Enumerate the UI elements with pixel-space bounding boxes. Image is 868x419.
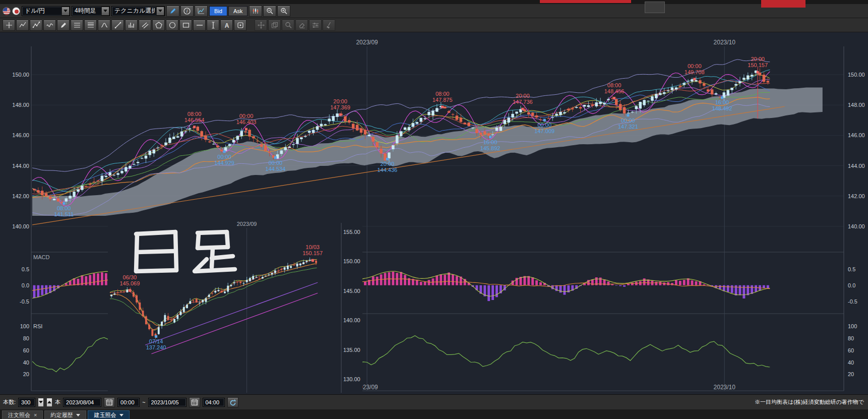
svg-text:16:00: 16:00 (483, 139, 498, 145)
svg-text:147.321: 147.321 (618, 124, 638, 130)
jp-flag-icon (12, 7, 20, 15)
tab-2[interactable]: 約定履歴 (44, 410, 86, 419)
svg-text:155.00: 155.00 (343, 229, 360, 235)
icon-stamp-tool[interactable] (234, 20, 246, 31)
svg-text:142.00: 142.00 (12, 193, 29, 199)
technical-select[interactable]: テクニカル選択 (111, 6, 165, 16)
pentagon-tool[interactable] (152, 20, 165, 31)
svg-text:135.00: 135.00 (343, 347, 360, 353)
info-icon: i (183, 7, 191, 15)
svg-text:145.892: 145.892 (480, 145, 501, 151)
count-input[interactable]: 300 (18, 398, 35, 407)
svg-text:100: 100 (848, 323, 857, 329)
tab-1[interactable]: 注文照会× (2, 410, 43, 419)
svg-text:148.00: 148.00 (12, 102, 29, 108)
vbars-icon (128, 21, 136, 29)
line-chart-button[interactable] (195, 6, 208, 17)
move-tool (255, 20, 267, 31)
timeframe-value: 4時間足 (75, 7, 100, 15)
svg-text:144.534: 144.534 (266, 166, 286, 172)
svg-text:08:00: 08:00 (188, 111, 202, 117)
time-from-input[interactable]: 00:00 (117, 398, 140, 407)
svg-text:0.5: 0.5 (22, 266, 29, 272)
technical-dropdown-button[interactable] (156, 7, 164, 16)
timeframe-dropdown-button[interactable] (101, 7, 109, 16)
count-label: 本数: (3, 398, 16, 406)
chevron-down-icon (158, 10, 162, 12)
svg-text:40: 40 (23, 360, 29, 366)
pencil-tool[interactable] (57, 20, 70, 31)
inset-daily-chart-svg[interactable]: 2023/0906/30145.06907/14137.24010/03150.… (108, 219, 362, 393)
ask-button[interactable]: Ask (228, 6, 247, 16)
rate-pencil-button[interactable] (166, 6, 179, 17)
date-to-input[interactable]: 2023/10/05 (148, 398, 187, 407)
svg-text:140.00: 140.00 (12, 223, 29, 229)
svg-text:2023/10: 2023/10 (714, 384, 736, 391)
date-from-input[interactable]: 2023/08/04 (63, 398, 101, 407)
range-separator: ~ (142, 399, 145, 405)
svg-text:08:00: 08:00 (607, 82, 622, 88)
pencil-blue-icon (169, 7, 177, 15)
timeframe-select[interactable]: 4時間足 (72, 6, 110, 16)
zigzag-nodes-tool[interactable] (30, 20, 42, 31)
svg-text:100: 100 (20, 323, 29, 329)
svg-text:80: 80 (23, 335, 29, 341)
svg-text:2023/09: 2023/09 (237, 221, 257, 227)
pair-select[interactable]: ドル/円 (22, 6, 70, 16)
svg-text:RSI: RSI (33, 323, 42, 329)
trendline-tool[interactable] (111, 20, 124, 31)
calendar-icon (191, 398, 199, 406)
bar-pattern-tool[interactable] (125, 20, 138, 31)
calendar-from-button[interactable] (104, 397, 115, 407)
gaussian-tool[interactable] (98, 20, 110, 31)
tab-3[interactable]: 建玉照会 (88, 410, 130, 419)
svg-text:148.00: 148.00 (848, 102, 865, 108)
chevron-down-icon (64, 10, 68, 12)
count-spin-up-button[interactable] (46, 398, 52, 407)
info-button[interactable]: i (180, 6, 194, 17)
svg-text:0.0: 0.0 (848, 282, 855, 288)
broom-icon (325, 21, 333, 29)
svg-text:0.5: 0.5 (848, 266, 855, 272)
horizontal-lines-tool[interactable] (71, 20, 83, 31)
line-chart-icon (197, 7, 205, 15)
overlay-window-fragment-1 (540, 0, 631, 3)
zoom-in-button[interactable] (277, 6, 290, 17)
horizontal-line-tool[interactable] (193, 20, 206, 31)
svg-text:i: i (187, 9, 188, 14)
crosshair-tool[interactable] (3, 20, 15, 31)
inset-daily-chart[interactable]: 2023/0906/30145.06907/14137.24010/03150.… (108, 219, 362, 393)
pair-dropdown-button[interactable] (61, 7, 70, 16)
svg-text:140.00: 140.00 (343, 317, 360, 323)
titlebar-strip (0, 0, 868, 4)
vertical-cursor-tool[interactable] (207, 20, 219, 31)
svg-text:MACD: MACD (33, 254, 49, 260)
textA-icon: A (223, 21, 231, 29)
ellipse-tool[interactable] (166, 20, 178, 31)
settings-tool (309, 20, 322, 31)
svg-text:147.009: 147.009 (534, 128, 554, 134)
bid-button[interactable]: Bid (209, 6, 227, 16)
candle-chart-button[interactable] (249, 6, 262, 17)
channel-tool[interactable] (139, 20, 151, 31)
vcursor-icon (209, 21, 217, 29)
text-tool[interactable]: A (220, 20, 233, 31)
eraser-icon (298, 21, 306, 29)
freehand-line-tool[interactable] (43, 20, 56, 31)
rectangle-tool[interactable] (179, 20, 192, 31)
zoom-out-button[interactable] (263, 6, 276, 17)
count-spin-down-button[interactable] (38, 398, 44, 407)
fibonacci-tool[interactable] (84, 20, 97, 31)
circle-icon (168, 21, 176, 29)
undo-button[interactable] (227, 397, 238, 407)
calendar-to-button[interactable] (189, 397, 200, 407)
time-to-input[interactable]: 04:00 (203, 398, 225, 407)
svg-text:146.00: 146.00 (848, 132, 865, 138)
zigzag-tool[interactable] (16, 20, 29, 31)
tab-close-icon[interactable]: × (34, 412, 37, 418)
chart-region: 2023/092023/092023/102023/1008:00146.554… (0, 32, 868, 394)
svg-text:00:00: 00:00 (217, 154, 231, 160)
svg-text:80: 80 (848, 335, 854, 341)
svg-text:20:00: 20:00 (333, 98, 347, 104)
chevron-down-icon (119, 414, 123, 416)
